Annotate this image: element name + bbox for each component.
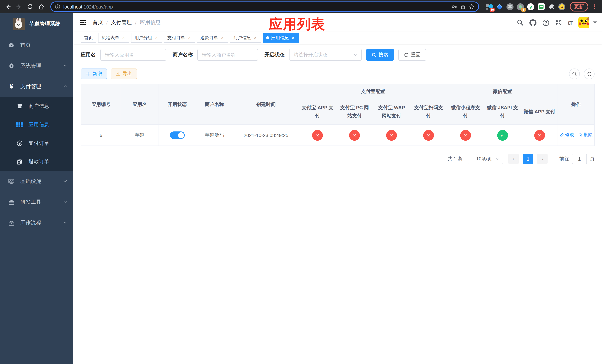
export-button[interactable]: 导出 — [111, 68, 137, 79]
sidebar-item-label: 工作流程 — [20, 220, 41, 226]
session-extension-icon[interactable]: 1 — [517, 3, 524, 10]
app-table: 应用编号 应用名 开启状态 商户名称 创建时间 支付宝配置 微信配置 操作 支付… — [81, 84, 595, 146]
close-icon[interactable] — [187, 35, 192, 40]
cell-status — [159, 125, 196, 146]
sidebar-item-pay-order[interactable]: 支付订单 — [0, 134, 73, 152]
password-key-icon[interactable] — [451, 4, 457, 10]
fullscreen-icon[interactable] — [555, 19, 562, 26]
wechat-app-status-icon: × — [534, 130, 545, 140]
status-toggle[interactable] — [170, 131, 184, 139]
yen-circle-icon — [16, 140, 22, 146]
sidebar-item-merchant-info[interactable]: 商户信息 — [0, 97, 73, 116]
filter-form: 应用名 商户名称 开启状态 请选择开启状态 搜索 重置 — [81, 49, 595, 61]
sidebar-item-label: 商户信息 — [29, 103, 49, 110]
cell-merchant: 芋道源码 — [196, 125, 233, 146]
help-icon[interactable] — [542, 19, 549, 26]
navbar-tools: tT — [517, 17, 597, 28]
search-icon[interactable] — [517, 19, 524, 26]
tab-user-group[interactable]: 用户分组 — [131, 33, 162, 43]
tab-refund-order[interactable]: 退款订单 — [197, 33, 228, 43]
sidebar-item-refund-order[interactable]: 退款订单 — [0, 152, 73, 171]
chevron-down-icon — [63, 220, 67, 226]
share-icon[interactable] — [460, 4, 466, 10]
tampermonkey-extension-icon[interactable]: 10 — [486, 3, 493, 10]
wechat-jsapi-status-icon: ✓ — [497, 130, 508, 140]
refresh-icon — [587, 71, 592, 76]
merchant-name-input[interactable] — [197, 49, 258, 61]
plus-icon — [86, 72, 90, 76]
table-toolbar: 新增 导出 — [81, 68, 595, 79]
avatar-caret-icon[interactable] — [593, 21, 597, 24]
sidebar-menu: 首页 系统管理 ¥ 支付管理 — [0, 35, 73, 233]
yen-icon: ¥ — [8, 83, 14, 90]
command-extension-icon[interactable]: ⌘ — [506, 3, 514, 10]
refresh-table-button[interactable] — [584, 68, 595, 79]
sidebar-item-label: 支付订单 — [29, 140, 49, 147]
app-name-input[interactable] — [100, 49, 166, 61]
sidebar-collapse-icon[interactable] — [79, 19, 90, 26]
sidebar-item-home[interactable]: 首页 — [0, 35, 73, 55]
reload-icon[interactable] — [25, 2, 35, 11]
sidebar-item-devtools[interactable]: 研发工具 — [0, 192, 73, 213]
col-app-name: 应用名 — [121, 84, 159, 125]
breadcrumb-pay[interactable]: 支付管理 — [111, 19, 132, 26]
prev-page-button[interactable] — [508, 154, 519, 164]
home-icon[interactable] — [36, 2, 46, 11]
tab-app-info[interactable]: 应用信息 — [263, 33, 299, 43]
chrome-update-button[interactable]: 更新 — [570, 2, 588, 11]
page-number-1[interactable]: 1 — [523, 154, 533, 164]
sidebar-item-pay[interactable]: ¥ 支付管理 — [0, 76, 73, 97]
cell-created: 2021-10-23 08:49:25 — [233, 125, 299, 146]
active-dot — [266, 36, 269, 39]
app-logo — [13, 18, 25, 30]
sidebar: 芋道管理系统 首页 系统管理 — [0, 13, 73, 364]
chat-extension-icon[interactable] — [538, 3, 545, 10]
user-avatar[interactable] — [578, 17, 589, 28]
col-merchant: 商户名称 — [196, 84, 233, 125]
tab-process-form[interactable]: 流程表单 — [98, 33, 129, 43]
address-bar[interactable]: localhost:1024/pay/app — [50, 1, 479, 12]
tab-merchant-info[interactable]: 商户信息 — [230, 33, 261, 43]
sidebar-item-label: 研发工具 — [20, 199, 41, 205]
font-size-icon[interactable]: tT — [568, 20, 572, 26]
close-icon[interactable] — [253, 35, 258, 40]
browser-profile-avatar[interactable] — [558, 3, 565, 10]
show-search-toggle-button[interactable] — [569, 68, 580, 79]
add-button[interactable]: 新增 — [81, 68, 107, 79]
extension-badge: 10 — [490, 8, 495, 12]
tab-pay-order[interactable]: 支付订单 — [164, 33, 195, 43]
sidebar-item-system[interactable]: 系统管理 — [0, 55, 73, 76]
reset-button[interactable]: 重置 — [398, 49, 426, 61]
puzzle-extensions-icon[interactable] — [548, 3, 555, 10]
tab-home[interactable]: 首页 — [81, 33, 96, 43]
close-icon[interactable] — [220, 35, 225, 40]
sidebar-item-infra[interactable]: 基础设施 — [0, 171, 73, 192]
github-icon[interactable] — [529, 19, 537, 26]
close-icon[interactable] — [291, 35, 295, 40]
info-icon[interactable] — [55, 4, 60, 10]
app-logo-row[interactable]: 芋道管理系统 — [0, 13, 73, 34]
gem-extension-icon[interactable] — [496, 3, 503, 10]
search-button[interactable]: 搜索 — [366, 49, 394, 61]
edit-link[interactable]: 修改 — [559, 132, 574, 138]
forward-icon[interactable] — [14, 2, 24, 11]
sidebar-item-app-info[interactable]: 应用信息 — [0, 116, 73, 134]
back-icon[interactable] — [3, 2, 13, 11]
goto-page-input[interactable] — [572, 154, 587, 164]
browser-menu-icon[interactable]: ⋮ — [591, 3, 599, 10]
status-select[interactable]: 请选择开启状态 — [289, 49, 362, 61]
cell-actions: 修改 删除 — [558, 125, 594, 146]
storefront-icon — [16, 103, 22, 109]
bookmark-star-icon[interactable] — [469, 4, 475, 10]
refresh-icon — [404, 52, 408, 57]
next-page-button[interactable] — [537, 154, 548, 164]
close-icon[interactable] — [121, 35, 126, 40]
close-icon[interactable] — [154, 35, 159, 40]
delete-link[interactable]: 删除 — [578, 132, 593, 138]
sidebar-item-label: 系统管理 — [20, 63, 41, 69]
page-size-select[interactable]: 10条/页 — [468, 154, 503, 164]
sidebar-item-workflow[interactable]: 工作流程 — [0, 213, 73, 233]
breadcrumb-home[interactable]: 首页 — [93, 19, 103, 26]
yudao-extension-icon[interactable]: y — [527, 3, 534, 10]
download-icon — [116, 72, 120, 76]
